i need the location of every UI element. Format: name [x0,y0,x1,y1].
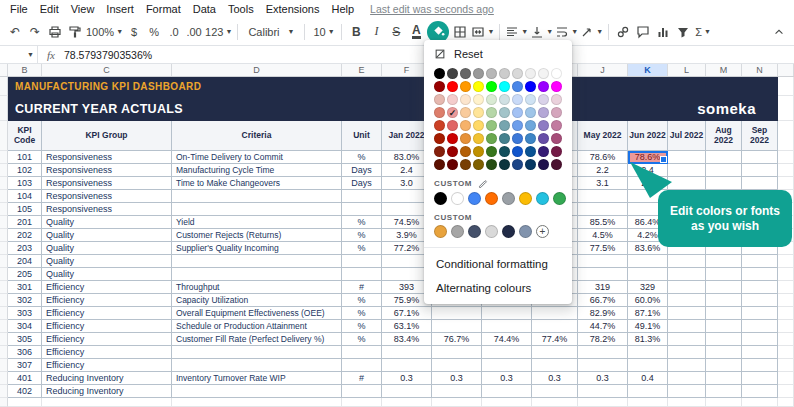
cell-value[interactable] [628,255,668,268]
cell-kpi-code[interactable]: 203 [8,242,42,255]
number-format-select[interactable]: 123▼ [205,21,232,43]
cell-kpi-code[interactable]: 305 [8,333,42,346]
row-gutter[interactable] [0,242,8,255]
font-size-select[interactable]: 10▼ [310,21,336,43]
column-header-J[interactable]: J [578,64,628,76]
cell-kpi-group[interactable]: Quality [42,242,172,255]
picker-item-conditional[interactable]: Conditional formatting [424,252,572,276]
cell-value[interactable] [482,320,532,333]
color-swatch[interactable] [525,120,536,131]
cell-unit[interactable] [342,346,382,359]
color-swatch[interactable] [473,159,484,170]
cell-value[interactable] [742,359,778,372]
cell-value[interactable]: 77.4% [532,333,578,346]
cell-value[interactable] [578,203,628,216]
cell-unit[interactable]: % [342,216,382,229]
cell-value[interactable] [742,151,778,164]
cell-kpi-group[interactable]: Responsiveness [42,203,172,216]
cell-value[interactable]: 81.3% [628,333,668,346]
cell-kpi-code[interactable]: 301 [8,281,42,294]
color-swatch[interactable] [460,120,471,131]
cell-kpi-group[interactable]: Responsiveness [42,190,172,203]
color-swatch[interactable] [499,159,510,170]
cell-kpi-group[interactable]: Quality [42,268,172,281]
cell-kpi-code[interactable]: 205 [8,268,42,281]
cell-kpi-code[interactable]: 105 [8,203,42,216]
header-cell[interactable]: Unit [342,121,382,151]
cell-kpi-code[interactable]: 304 [8,320,42,333]
pencil-icon[interactable] [478,178,489,189]
cell-value[interactable] [668,268,706,281]
cell-criteria[interactable]: Inventory Turnover Rate WIP [172,372,342,385]
cell-value[interactable] [432,307,482,320]
color-swatch[interactable] [473,146,484,157]
custom-color-swatch[interactable] [434,225,447,238]
color-swatch[interactable] [486,81,497,92]
menu-help[interactable]: Help [325,3,360,15]
cell-kpi-group[interactable]: Responsiveness [42,151,172,164]
cell-value[interactable]: 0.3 [532,372,578,385]
cell-value[interactable]: 2.2 [578,164,628,177]
cell-value[interactable] [706,333,742,346]
cell-empty[interactable] [706,398,742,407]
color-swatch[interactable] [447,133,458,144]
color-swatch[interactable] [512,94,523,105]
header-cell[interactable]: Criteria [172,121,342,151]
color-swatch[interactable] [460,146,471,157]
row-gutter[interactable] [0,151,8,164]
cell-value[interactable] [706,320,742,333]
cell-value[interactable]: 66.7% [578,294,628,307]
cell-criteria[interactable] [172,255,342,268]
color-swatch[interactable] [499,94,510,105]
custom-color-swatch[interactable] [451,225,464,238]
color-swatch[interactable] [486,68,497,79]
menu-data[interactable]: Data [187,3,222,15]
color-swatch[interactable] [525,107,536,118]
cell-value[interactable] [742,385,778,398]
row-gutter[interactable] [0,320,8,333]
cell-criteria[interactable]: Time to Make Changeovers [172,177,342,190]
cell-criteria[interactable]: Yield [172,216,342,229]
color-swatch[interactable] [434,81,445,92]
cell-criteria[interactable]: On-Time Delivery to Commit [172,151,342,164]
cell-kpi-code[interactable]: 104 [8,190,42,203]
color-swatch[interactable] [473,120,484,131]
color-swatch[interactable] [434,94,445,105]
reset-option[interactable]: Reset [424,44,572,64]
cell-value[interactable] [742,372,778,385]
cell-value[interactable] [482,385,532,398]
cell-outside[interactable] [778,255,794,268]
redo-button[interactable]: ↷ [26,21,44,43]
cell-value[interactable]: 0.3 [482,372,532,385]
cell-kpi-group[interactable]: Quality [42,216,172,229]
color-swatch[interactable] [538,133,549,144]
color-swatch[interactable] [447,146,458,157]
row-gutter[interactable] [0,346,8,359]
name-box[interactable]: ▼ [0,46,38,63]
cell-kpi-group[interactable]: Efficiency [42,307,172,320]
cell-empty[interactable] [8,398,42,407]
row-gutter[interactable] [0,229,8,242]
cell-value[interactable] [706,255,742,268]
cell-unit[interactable]: % [342,320,382,333]
cell-value[interactable] [668,307,706,320]
cell-value[interactable] [668,294,706,307]
row-gutter[interactable] [0,359,8,372]
row-gutter[interactable] [0,333,8,346]
cell-value[interactable]: 3.1 [578,177,628,190]
color-swatch[interactable] [434,133,445,144]
cell-value[interactable] [532,359,578,372]
row-gutter[interactable] [0,398,8,407]
cell-empty[interactable] [482,398,532,407]
cell-value[interactable] [432,385,482,398]
cell-value[interactable] [742,255,778,268]
cell-outside[interactable] [778,333,794,346]
cell-criteria[interactable]: Supplier's Quality Incoming [172,242,342,255]
cell-value[interactable] [482,359,532,372]
cell-outside[interactable] [778,398,794,407]
cell-value[interactable] [628,385,668,398]
cell-empty[interactable] [42,398,172,407]
cell-outside[interactable] [778,359,794,372]
cell-empty[interactable] [668,398,706,407]
cell-unit[interactable]: % [342,151,382,164]
